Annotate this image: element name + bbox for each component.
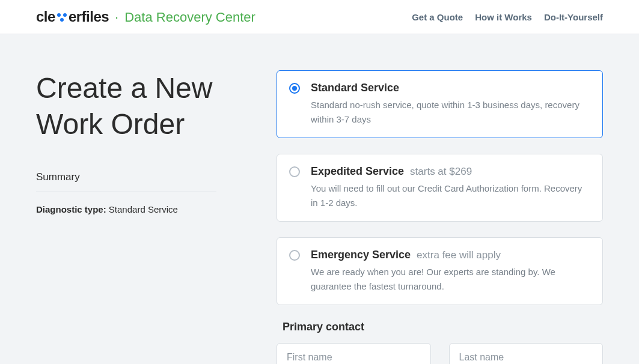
svg-point-0 [57,13,61,17]
main-content: Create a New Work Order Summary Diagnost… [0,34,639,364]
option-desc: You will need to fill out our Credit Car… [311,181,590,210]
nav-how-it-works[interactable]: How it Works [475,12,532,22]
summary-heading: Summary [36,171,216,192]
contact-name-row [277,343,603,364]
radio-icon [289,250,300,261]
brand-logo-post: erfiles [69,8,109,25]
option-title-row: Expedited Service starts at $269 [311,165,590,178]
brand: cle erfiles · Data Recovery Center [36,8,255,25]
option-title: Emergency Service [311,249,411,261]
header-nav: Get a Quote How it Works Do-It-Yourself [412,12,603,22]
sidebar: Create a New Work Order Summary Diagnost… [36,70,216,364]
option-desc: Standard no-rush service, quote within 1… [311,98,590,127]
radio-icon [289,83,300,94]
svg-point-1 [63,13,67,17]
service-option-expedited[interactable]: Expedited Service starts at $269 You wil… [277,154,603,222]
nav-get-a-quote[interactable]: Get a Quote [412,12,463,22]
brand-logo-icon [57,8,67,25]
summary-diag-value: Standard Service [109,204,178,214]
last-name-input[interactable] [449,343,604,364]
svg-point-2 [60,18,64,22]
brand-separator: · [115,10,118,25]
nav-do-it-yourself[interactable]: Do-It-Yourself [544,12,603,22]
option-title: Expedited Service [311,165,404,178]
page-title: Create a New Work Order [36,70,216,142]
brand-logo-pre: cle [36,8,55,25]
option-title-row: Emergency Service extra fee will apply [311,249,590,261]
brand-subtitle: Data Recovery Center [124,10,255,25]
first-name-input[interactable] [277,343,431,364]
option-note: starts at $269 [410,166,472,178]
option-title: Standard Service [311,82,399,94]
form-section: Standard Service Standard no-rush servic… [277,70,603,364]
brand-logo[interactable]: cle erfiles [36,8,109,25]
summary-diag-label: Diagnostic type: [36,204,106,214]
primary-contact-heading: Primary contact [283,321,603,333]
radio-icon [289,166,300,177]
option-note: extra fee will apply [417,249,501,261]
option-desc: We are ready when you are! Our experts a… [311,265,590,294]
site-header: cle erfiles · Data Recovery Center Get a… [0,0,639,34]
service-option-emergency[interactable]: Emergency Service extra fee will apply W… [277,237,603,305]
option-title-row: Standard Service [311,82,590,94]
service-option-standard[interactable]: Standard Service Standard no-rush servic… [277,70,603,138]
summary-diagnostic-type: Diagnostic type: Standard Service [36,204,216,214]
